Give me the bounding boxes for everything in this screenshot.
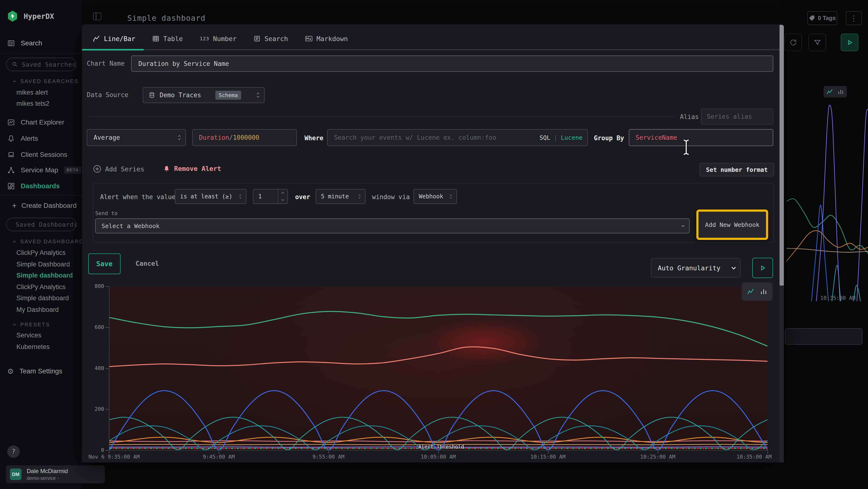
saved-dashboards-header[interactable]: SAVED DASHBOARDS xyxy=(12,238,88,245)
dashboard-item[interactable]: Simple Dashboard xyxy=(17,261,70,268)
laptop-icon xyxy=(7,151,15,159)
dashboard-item[interactable]: My Dashboard xyxy=(17,306,59,314)
y-tick-label: 600 xyxy=(85,324,104,330)
tab-number[interactable]: 123 Number xyxy=(199,35,237,42)
background-series xyxy=(786,199,868,253)
series-alias-input[interactable]: Series alias xyxy=(701,109,773,124)
group-by-label: Group By xyxy=(594,135,624,142)
add-webhook-highlight[interactable]: Add New Webhook xyxy=(696,209,768,240)
presets-header[interactable]: PRESETS xyxy=(12,321,50,328)
schema-badge: Schema xyxy=(215,91,241,100)
tab-search[interactable]: Search xyxy=(253,35,288,42)
refresh-button[interactable] xyxy=(784,33,802,51)
sidebar-item-search[interactable]: Search xyxy=(0,36,82,50)
alert-window-select[interactable]: 5 minute xyxy=(316,189,366,204)
add-webhook-button[interactable]: Add New Webhook xyxy=(705,221,760,228)
chart-name-input[interactable]: Duration by Service Name xyxy=(131,56,773,72)
x-tick-mark xyxy=(329,451,329,454)
chevron-up-icon xyxy=(281,192,285,194)
cancel-button[interactable]: Cancel xyxy=(135,260,159,267)
preset-item[interactable]: Services xyxy=(17,332,41,339)
alert-value-input[interactable]: 1 xyxy=(253,189,288,204)
saved-search-item[interactable]: mikes alert xyxy=(17,89,48,96)
x-tick-label: 10:35:00 AM xyxy=(737,454,772,460)
chevron-down-icon xyxy=(12,79,17,84)
tab-markdown[interactable]: Markdown xyxy=(305,35,348,42)
run-chart-button[interactable] xyxy=(752,258,773,278)
dashboard-item[interactable]: Simple dashboard xyxy=(17,294,69,302)
chevron-down-icon xyxy=(731,265,737,271)
modal-scrollbar-thumb[interactable] xyxy=(779,25,784,286)
save-button[interactable]: Save xyxy=(88,253,121,274)
field-expression-input[interactable]: Duration/1000000 xyxy=(192,129,297,146)
group-by-input[interactable]: ServiceName xyxy=(629,129,773,146)
saved-searches-input[interactable]: Saved Searches xyxy=(6,58,76,71)
saved-searches-header[interactable]: SAVED SEARCHES xyxy=(12,78,79,84)
run-query-button[interactable] xyxy=(841,33,858,51)
sidebar-item-team-settings[interactable]: ⚙ Team Settings xyxy=(0,365,82,378)
create-dashboard-button[interactable]: + Create Dashboard xyxy=(0,199,82,212)
sql-toggle[interactable]: SQL xyxy=(539,134,550,141)
x-tick-label: 10:05:00 AM xyxy=(421,454,456,460)
granularity-select[interactable]: Auto Granularity xyxy=(651,258,741,278)
saved-search-item[interactable]: mikes tets2 xyxy=(17,100,50,107)
bar-chart-icon[interactable] xyxy=(837,88,844,95)
user-chip[interactable]: DM Dale McDiarmid demo-service - xyxy=(6,465,105,483)
background-series xyxy=(786,248,868,253)
sidebar-item-chart-explorer[interactable]: Chart Explorer xyxy=(0,116,82,129)
set-number-format-button[interactable]: Set number format xyxy=(700,163,774,176)
divider xyxy=(0,195,82,196)
sidebar-collapse-button[interactable] xyxy=(93,12,101,20)
text-cursor xyxy=(681,138,692,156)
data-source-select[interactable]: Demo Traces Schema xyxy=(143,87,265,103)
chevron-down-icon xyxy=(281,199,285,201)
chevron-down-icon xyxy=(680,223,686,229)
sidebar-item-alerts[interactable]: Alerts xyxy=(0,132,82,145)
logo-icon xyxy=(7,10,18,22)
saved-dashboards-input[interactable]: Saved Dashboards xyxy=(6,218,76,231)
database-icon xyxy=(149,92,155,98)
tags-button[interactable]: 0 Tags xyxy=(807,11,837,25)
window-via-label: window via xyxy=(372,193,410,201)
dashboard-item[interactable]: ClickPy Analytics xyxy=(17,283,66,291)
remove-alert-button[interactable]: Remove Alert xyxy=(163,165,221,172)
filter-button[interactable] xyxy=(808,33,826,51)
aggregation-select[interactable]: Average xyxy=(87,129,186,146)
bar-chart-icon[interactable] xyxy=(760,288,768,295)
add-series-button[interactable]: Add Series xyxy=(93,165,145,173)
chevron-down-icon xyxy=(12,322,17,327)
logo[interactable]: HyperDX xyxy=(0,9,82,23)
line-chart-icon[interactable] xyxy=(747,288,754,295)
tab-line-bar[interactable]: Line/Bar xyxy=(93,35,135,42)
markdown-icon xyxy=(305,35,313,42)
lucene-toggle[interactable]: Lucene xyxy=(561,134,583,141)
line-chart-icon[interactable] xyxy=(826,88,833,95)
help-button[interactable]: ? xyxy=(7,445,20,458)
alert-operator-select[interactable]: is at least (≥) xyxy=(175,189,246,204)
tab-table[interactable]: Table xyxy=(152,35,183,42)
y-tick-mark xyxy=(105,409,109,410)
app-root: Simple dashboard 0 Tags ⋮ 10:35:00 AM Hy… xyxy=(0,0,868,489)
kebab-menu-button[interactable]: ⋮ xyxy=(846,11,862,25)
select-chevrons-icon xyxy=(449,193,453,200)
number-stepper[interactable] xyxy=(278,190,287,203)
send-to-label: Send to xyxy=(95,210,118,216)
refresh-icon xyxy=(789,39,797,46)
dashboard-item-active[interactable]: Simple dashboard xyxy=(17,272,73,279)
plus-circle-icon xyxy=(93,165,101,173)
webhook-select[interactable]: Select a Webhook xyxy=(95,219,689,233)
dashboards-icon xyxy=(7,182,15,190)
sidebar-item-dashboards[interactable]: Dashboards xyxy=(0,179,82,193)
x-tick-label: 10:15:00 AM xyxy=(530,454,566,460)
preset-item[interactable]: Kubernetes xyxy=(17,343,50,351)
alert-channel-select[interactable]: Webhook xyxy=(413,189,457,204)
user-subtitle: demo-service - xyxy=(27,476,68,481)
sidebar-item-client-sessions[interactable]: Client Sessions xyxy=(0,148,82,162)
where-search-input[interactable]: Search your events w/ Lucene ex. column:… xyxy=(327,129,588,146)
sidebar-item-service-map[interactable]: Service Map BETA xyxy=(0,164,82,177)
dashboard-item[interactable]: ClickPy Analytics xyxy=(17,249,66,257)
search-icon xyxy=(12,61,18,67)
alert-prefix-label: Alert when the value xyxy=(100,193,176,201)
gear-icon: ⚙ xyxy=(7,367,14,376)
background-series xyxy=(816,105,840,301)
